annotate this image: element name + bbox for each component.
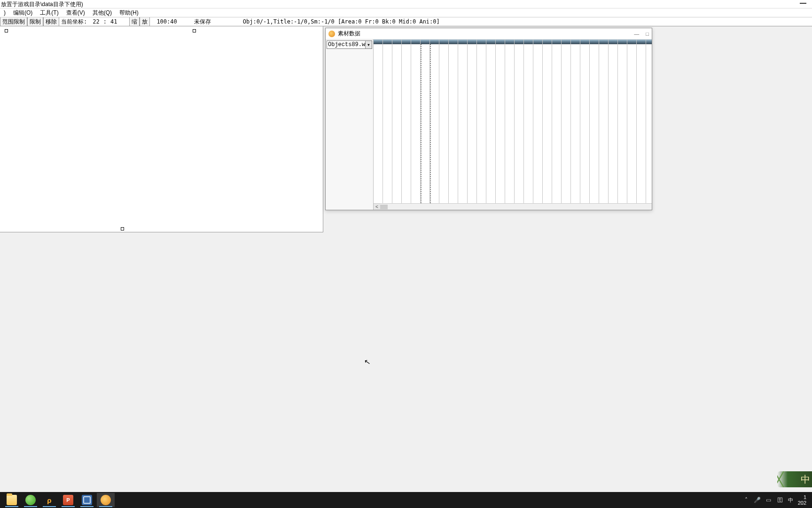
window-title: 放置于游戏目录\data目录下使用) <box>1 1 83 8</box>
title-bar: 放置于游戏目录\data目录下使用) <box>0 0 812 8</box>
coord-y: 41 <box>107 18 121 25</box>
taskbar-editor[interactable] <box>97 493 115 507</box>
tray-chevron-up-icon[interactable]: ˄ <box>743 497 750 503</box>
scroll-thumb[interactable] <box>380 205 388 209</box>
folder-icon <box>7 495 17 505</box>
cursor-icon: ↖ <box>363 357 371 367</box>
browser-icon <box>25 495 36 505</box>
menu-item-other[interactable]: 其他(Q) <box>90 8 115 17</box>
watermark-text: 中 <box>801 473 810 486</box>
taskbar: ρ P ˄ 🎤 ▭ ⚿ 中 1 202 <box>0 492 812 508</box>
resize-handle-s[interactable] <box>121 227 124 230</box>
materials-title-bar[interactable]: 素材数据 — □ <box>326 28 652 40</box>
zoom-value: 100:40 <box>155 18 179 25</box>
taskbar-browser[interactable] <box>22 493 39 507</box>
tray-ime[interactable]: 中 <box>788 497 793 504</box>
tray-time[interactable]: 1 <box>798 494 806 500</box>
resize-handle-n[interactable] <box>193 29 196 32</box>
materials-body: Objects89.wil ▼ < <box>326 40 652 210</box>
editor-icon <box>101 495 111 505</box>
materials-icon <box>328 31 335 37</box>
menu-bar: ) 编辑(O) 工具(T) 查看(V) 其他(Q) 帮助(H) <box>0 8 812 17</box>
taskbar-recorder[interactable] <box>78 493 96 507</box>
minimize-button[interactable] <box>800 3 806 4</box>
horizontal-scrollbar[interactable]: < <box>374 203 652 210</box>
watermark: 中 <box>777 471 812 487</box>
menu-item-edit[interactable]: 编辑(O) <box>10 8 35 17</box>
range-limit-button[interactable]: 范围限制 <box>0 17 27 26</box>
toolbar: 范围限制 限制 移除 当前坐标: 22 : 41 缩 放 100:40 未保存 … <box>0 17 812 26</box>
resize-handle-nw[interactable] <box>5 29 8 32</box>
menu-item-tools[interactable]: 工具(T) <box>37 8 61 17</box>
materials-maximize-button[interactable]: □ <box>646 31 649 37</box>
zoom-out-button[interactable]: 缩 <box>129 17 140 26</box>
scroll-left-icon[interactable]: < <box>374 204 380 210</box>
materials-minimize-button[interactable]: — <box>634 31 639 37</box>
obj-info: Obj:0/-1,Title:-1/0,Sm:-1/0 [Area:0 Fr:0… <box>241 18 442 25</box>
materials-grid[interactable]: < <box>374 40 652 210</box>
taskbar-app-p[interactable]: ρ <box>40 493 58 507</box>
grid-columns <box>374 40 652 203</box>
save-status: 未保存 <box>192 18 213 26</box>
taskbar-file-explorer[interactable] <box>3 493 21 507</box>
powerpoint-icon: P <box>63 495 73 505</box>
move-button[interactable]: 移除 <box>43 17 59 26</box>
file-select-combo[interactable]: Objects89.wil ▼ <box>327 40 372 49</box>
menu-item-view[interactable]: 查看(V) <box>63 8 88 17</box>
p-icon: ρ <box>44 495 55 505</box>
taskbar-powerpoint[interactable]: P <box>59 493 77 507</box>
coord-label: 当前坐标: <box>59 18 89 26</box>
coord-x: 22 <box>89 18 103 25</box>
canvas-panel[interactable] <box>0 26 323 232</box>
tray-mic-icon[interactable]: 🎤 <box>754 497 761 503</box>
menu-item-help[interactable]: 帮助(H) <box>117 8 141 17</box>
menu-item-first[interactable]: ) <box>1 8 8 17</box>
coord-sep: : <box>103 18 107 25</box>
chevron-down-icon[interactable]: ▼ <box>365 41 372 48</box>
recorder-icon <box>82 495 92 505</box>
zoom-in-button[interactable]: 放 <box>140 17 150 26</box>
file-select-value: Objects89.wil <box>327 41 365 48</box>
tray-date[interactable]: 202 <box>798 500 806 506</box>
tray-wifi-icon[interactable]: ⚿ <box>777 497 783 503</box>
system-tray: ˄ 🎤 ▭ ⚿ 中 1 202 <box>743 494 809 506</box>
materials-nav: Objects89.wil ▼ <box>326 40 374 210</box>
materials-window: 素材数据 — □ Objects89.wil ▼ < <box>325 28 652 210</box>
limit-button[interactable]: 限制 <box>27 17 43 26</box>
materials-title: 素材数据 <box>338 30 360 38</box>
tray-battery-icon[interactable]: ▭ <box>765 497 772 503</box>
